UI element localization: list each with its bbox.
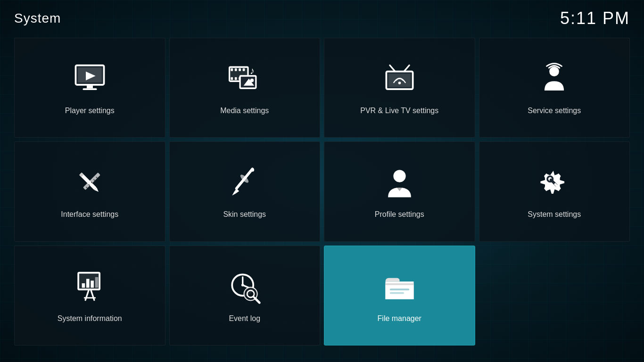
- svg-line-24: [404, 65, 409, 71]
- tile-system-information[interactable]: System information: [14, 246, 165, 346]
- svg-line-23: [390, 65, 395, 71]
- eventlog-icon: [226, 268, 264, 306]
- svg-rect-8: [231, 68, 233, 71]
- svg-point-38: [393, 170, 405, 182]
- svg-point-25: [398, 82, 401, 84]
- system-settings-label: System settings: [528, 210, 581, 219]
- player-settings-label: Player settings: [65, 107, 115, 115]
- tile-interface-settings[interactable]: Interface settings: [14, 141, 165, 241]
- svg-rect-10: [239, 68, 241, 71]
- svg-point-18: [250, 78, 254, 82]
- svg-rect-50: [91, 281, 94, 288]
- svg-text:♪: ♪: [250, 65, 255, 76]
- media-settings-label: Media settings: [220, 107, 269, 115]
- svg-rect-5: [83, 88, 97, 90]
- pvr-settings-label: PVR & Live TV settings: [360, 107, 438, 115]
- svg-rect-9: [235, 68, 237, 71]
- tile-profile-settings[interactable]: Profile settings: [324, 141, 475, 241]
- service-icon: [536, 60, 573, 98]
- tile-skin-settings[interactable]: Skin settings: [169, 141, 321, 241]
- clock: 5:11 PM: [560, 8, 630, 28]
- svg-point-37: [251, 168, 255, 172]
- app-title: System: [14, 11, 61, 26]
- svg-point-26: [549, 66, 559, 76]
- svg-rect-51: [95, 277, 99, 288]
- interface-settings-label: Interface settings: [61, 210, 118, 219]
- service-settings-label: Service settings: [528, 107, 581, 115]
- event-log-label: Event log: [229, 314, 260, 323]
- tile-service-settings[interactable]: Service settings: [479, 38, 630, 138]
- tile-media-settings[interactable]: ♪ Media settings: [169, 38, 321, 138]
- svg-point-55: [241, 284, 244, 287]
- pvr-icon: [380, 60, 418, 98]
- svg-rect-12: [231, 77, 233, 80]
- app-header: System 5:11 PM: [0, 0, 644, 33]
- tile-system-settings[interactable]: System settings: [479, 141, 630, 241]
- profile-icon: [380, 164, 418, 202]
- svg-rect-4: [87, 84, 93, 88]
- skin-settings-label: Skin settings: [223, 210, 266, 219]
- svg-rect-11: [243, 68, 245, 71]
- interface-icon: [71, 164, 108, 202]
- skin-icon: [226, 164, 264, 202]
- settings-grid: Player settings: [0, 33, 644, 360]
- svg-rect-61: [390, 289, 409, 291]
- file-manager-label: File manager: [378, 314, 421, 323]
- empty-tile: [479, 246, 630, 346]
- player-icon: [71, 60, 108, 98]
- tile-event-log[interactable]: Event log: [169, 246, 321, 346]
- tile-player-settings[interactable]: Player settings: [14, 38, 165, 138]
- svg-rect-22: [388, 74, 411, 87]
- media-icon: ♪: [226, 60, 264, 98]
- system-information-label: System information: [58, 314, 122, 323]
- system-settings-icon: [536, 164, 573, 202]
- svg-rect-49: [86, 279, 90, 288]
- filemanager-icon: [380, 268, 418, 306]
- tile-file-manager[interactable]: File manager: [324, 246, 475, 346]
- tile-pvr-settings[interactable]: PVR & Live TV settings: [324, 38, 475, 138]
- svg-rect-48: [82, 283, 85, 288]
- svg-rect-62: [390, 292, 404, 294]
- svg-rect-13: [235, 77, 237, 80]
- profile-settings-label: Profile settings: [375, 210, 424, 219]
- sysinfo-icon: [71, 268, 108, 306]
